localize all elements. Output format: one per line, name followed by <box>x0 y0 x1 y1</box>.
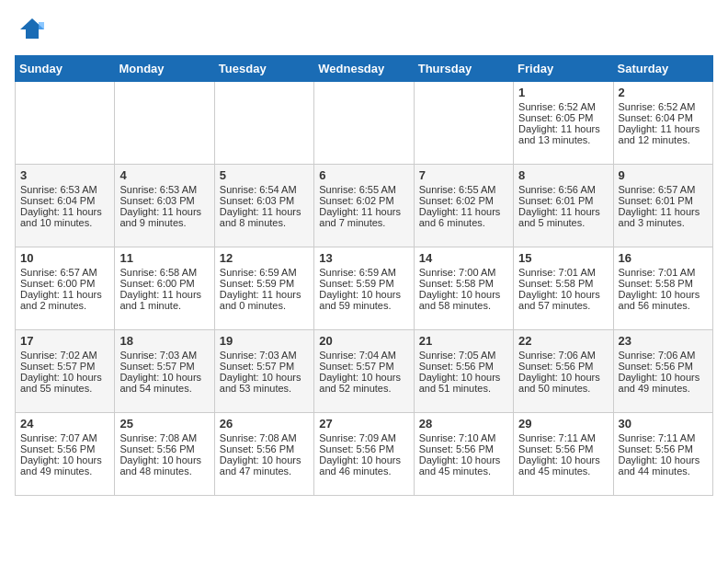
cell-info: Sunrise: 6:52 AM <box>518 101 608 112</box>
day-number: 17 <box>20 334 109 348</box>
day-number: 16 <box>619 251 708 265</box>
day-number: 10 <box>20 251 109 265</box>
calendar-body: 1Sunrise: 6:52 AMSunset: 6:05 PMDaylight… <box>16 82 713 496</box>
day-header: Thursday <box>414 56 513 82</box>
calendar-cell: 22Sunrise: 7:06 AMSunset: 5:56 PMDayligh… <box>514 330 613 413</box>
calendar-cell: 10Sunrise: 6:57 AMSunset: 6:00 PMDayligh… <box>16 247 115 330</box>
day-number: 14 <box>419 251 508 265</box>
cell-info: Sunrise: 7:09 AM <box>319 432 408 443</box>
cell-info: and 48 minutes. <box>119 465 209 477</box>
day-number: 12 <box>220 251 309 265</box>
cell-info: Sunrise: 7:06 AM <box>619 350 708 361</box>
cell-info: and 7 minutes. <box>319 217 408 228</box>
cell-info: Sunrise: 7:07 AM <box>20 432 109 443</box>
cell-info: and 46 minutes. <box>319 465 408 477</box>
cell-info: Sunset: 5:56 PM <box>518 443 608 454</box>
cell-info: Sunrise: 7:08 AM <box>220 432 309 443</box>
calendar-cell: 11Sunrise: 6:58 AMSunset: 6:00 PMDayligh… <box>115 247 214 330</box>
cell-info: Sunset: 6:04 PM <box>20 195 109 206</box>
cell-info: Daylight: 11 hours <box>20 206 109 217</box>
day-number: 22 <box>518 334 608 348</box>
day-number: 6 <box>319 168 408 182</box>
cell-info: Sunrise: 6:54 AM <box>220 184 309 195</box>
calendar-cell: 14Sunrise: 7:00 AMSunset: 5:58 PMDayligh… <box>414 247 513 330</box>
cell-info: Daylight: 10 hours <box>518 372 608 383</box>
cell-info: Daylight: 10 hours <box>619 454 708 465</box>
cell-info: and 47 minutes. <box>220 465 309 477</box>
day-number: 4 <box>119 168 209 182</box>
calendar-cell: 4Sunrise: 6:53 AMSunset: 6:03 PMDaylight… <box>115 165 214 247</box>
day-number: 19 <box>220 334 309 348</box>
cell-info: Sunrise: 7:05 AM <box>419 350 508 361</box>
cell-info: Sunrise: 7:11 AM <box>619 432 708 443</box>
calendar-cell: 25Sunrise: 7:08 AMSunset: 5:56 PMDayligh… <box>115 413 214 496</box>
calendar-cell <box>414 82 513 165</box>
calendar-cell: 15Sunrise: 7:01 AMSunset: 5:58 PMDayligh… <box>514 247 613 330</box>
day-header: Wednesday <box>314 56 414 82</box>
cell-info: Sunset: 6:02 PM <box>419 195 508 206</box>
cell-info: and 9 minutes. <box>119 217 209 228</box>
cell-info: Sunrise: 6:52 AM <box>619 101 708 112</box>
calendar-week-row: 24Sunrise: 7:07 AMSunset: 5:56 PMDayligh… <box>16 413 713 496</box>
cell-info: and 10 minutes. <box>20 217 109 228</box>
day-header: Monday <box>115 56 214 82</box>
cell-info: Sunrise: 6:53 AM <box>20 184 109 195</box>
day-number: 11 <box>119 251 209 265</box>
cell-info: and 45 minutes. <box>518 465 608 477</box>
day-number: 21 <box>419 334 508 348</box>
calendar-cell <box>214 82 313 165</box>
cell-info: Sunrise: 7:11 AM <box>518 432 608 443</box>
day-number: 7 <box>419 168 508 182</box>
cell-info: Daylight: 10 hours <box>319 454 408 465</box>
calendar-cell: 20Sunrise: 7:04 AMSunset: 5:57 PMDayligh… <box>314 330 414 413</box>
cell-info: Sunset: 5:59 PM <box>220 278 309 289</box>
day-number: 18 <box>119 334 209 348</box>
cell-info: Sunset: 6:04 PM <box>619 112 708 123</box>
day-number: 23 <box>619 334 708 348</box>
cell-info: and 56 minutes. <box>619 300 708 311</box>
cell-info: and 49 minutes. <box>20 465 109 477</box>
cell-info: Sunset: 6:03 PM <box>220 195 309 206</box>
cell-info: and 12 minutes. <box>619 134 708 145</box>
logo-icon <box>18 15 46 46</box>
calendar-cell: 23Sunrise: 7:06 AMSunset: 5:56 PMDayligh… <box>613 330 712 413</box>
cell-info: and 53 minutes. <box>220 383 309 394</box>
cell-info: Sunset: 6:01 PM <box>619 195 708 206</box>
cell-info: Sunset: 5:56 PM <box>419 361 508 372</box>
day-header: Saturday <box>613 56 712 82</box>
day-number: 30 <box>619 417 708 431</box>
cell-info: Sunset: 5:56 PM <box>319 443 408 454</box>
calendar-cell: 30Sunrise: 7:11 AMSunset: 5:56 PMDayligh… <box>613 413 712 496</box>
calendar-cell: 7Sunrise: 6:55 AMSunset: 6:02 PMDaylight… <box>414 165 513 247</box>
cell-info: Sunset: 6:03 PM <box>119 195 209 206</box>
cell-info: Sunrise: 7:01 AM <box>518 267 608 278</box>
cell-info: and 50 minutes. <box>518 383 608 394</box>
cell-info: Sunrise: 7:03 AM <box>119 350 209 361</box>
cell-info: and 51 minutes. <box>419 383 508 394</box>
cell-info: Sunrise: 6:59 AM <box>220 267 309 278</box>
cell-info: Daylight: 11 hours <box>619 123 708 134</box>
day-number: 27 <box>319 417 408 431</box>
cell-info: Daylight: 10 hours <box>518 289 608 300</box>
day-header: Tuesday <box>214 56 313 82</box>
cell-info: Daylight: 11 hours <box>619 206 708 217</box>
cell-info: Sunrise: 7:06 AM <box>518 350 608 361</box>
cell-info: Daylight: 11 hours <box>20 289 109 300</box>
cell-info: Sunset: 5:56 PM <box>419 443 508 454</box>
cell-info: Sunset: 5:58 PM <box>619 278 708 289</box>
day-number: 8 <box>518 168 608 182</box>
cell-info: Daylight: 11 hours <box>119 289 209 300</box>
cell-info: Sunset: 5:57 PM <box>220 361 309 372</box>
cell-info: Daylight: 10 hours <box>20 454 109 465</box>
cell-info: Sunset: 5:56 PM <box>20 443 109 454</box>
cell-info: Daylight: 10 hours <box>119 372 209 383</box>
cell-info: Sunrise: 7:02 AM <box>20 350 109 361</box>
day-header: Sunday <box>16 56 115 82</box>
calendar-cell: 27Sunrise: 7:09 AMSunset: 5:56 PMDayligh… <box>314 413 414 496</box>
calendar-cell: 1Sunrise: 6:52 AMSunset: 6:05 PMDaylight… <box>514 82 613 165</box>
calendar-cell <box>115 82 214 165</box>
calendar-week-row: 17Sunrise: 7:02 AMSunset: 5:57 PMDayligh… <box>16 330 713 413</box>
calendar-cell <box>314 82 414 165</box>
cell-info: Daylight: 11 hours <box>220 206 309 217</box>
calendar-cell: 26Sunrise: 7:08 AMSunset: 5:56 PMDayligh… <box>214 413 313 496</box>
